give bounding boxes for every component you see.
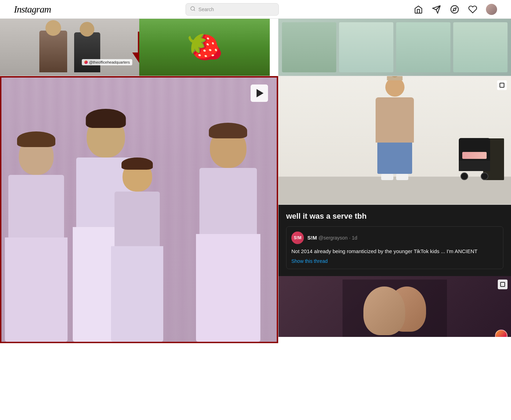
header: Instagram — [0, 0, 511, 19]
office-image — [0, 19, 139, 76]
search-bar[interactable] — [186, 3, 279, 16]
profile-avatar[interactable] — [486, 4, 497, 15]
instagram-logo[interactable]: Instagram — [14, 4, 51, 15]
svg-point-0 — [191, 7, 195, 10]
expand-icon-shape — [500, 83, 504, 88]
arrow-head — [132, 52, 139, 63]
office-badge: @theofficeheadquarters — [82, 59, 132, 65]
show-thread-link[interactable]: Show this thread — [291, 258, 498, 264]
left-content: @theofficeheadquarters 🍓 — [0, 19, 278, 343]
video-container — [1, 78, 277, 342]
twitter-username: S!M — [307, 235, 317, 241]
svg-line-1 — [194, 10, 195, 11]
search-icon — [190, 6, 196, 13]
fabric-image — [278, 19, 511, 76]
twitter-handle: @sergrayson — [319, 235, 347, 241]
twitter-time: · 1d — [349, 235, 357, 241]
twitter-expand-icon[interactable] — [498, 280, 508, 289]
fabric-post-thumbnail[interactable] — [278, 19, 511, 76]
girls-group — [1, 78, 277, 342]
strawberry-emoji: 🍓 — [182, 26, 226, 69]
twitter-post[interactable]: well it was a serve tbh S!M S!M @sergray… — [278, 205, 511, 337]
mom-stroller-post[interactable] — [278, 76, 511, 205]
twitter-user-avatar: S!M — [291, 232, 304, 244]
main-layout: @theofficeheadquarters 🍓 — [0, 19, 511, 343]
heart-icon[interactable] — [468, 5, 478, 14]
header-nav-icons — [414, 4, 497, 15]
featured-video-post[interactable] — [0, 76, 278, 343]
fabric-panel-3 — [396, 22, 450, 72]
mom-image — [278, 76, 511, 204]
arrow-shaft — [138, 32, 139, 52]
home-icon[interactable] — [414, 5, 423, 14]
right-column: well it was a serve tbh S!M S!M @sergray… — [278, 19, 511, 343]
office-post-thumbnail[interactable]: @theofficeheadquarters — [0, 19, 139, 76]
twitter-user-line: S!M S!M @sergrayson · 1d — [291, 232, 498, 244]
expand-icon-shape-2 — [500, 282, 505, 287]
vintage-girls-image — [1, 78, 277, 342]
explore-icon[interactable] — [450, 5, 459, 14]
play-triangle-icon — [257, 89, 264, 97]
twitter-card: S!M S!M @sergrayson · 1d Not 2014 alread… — [286, 226, 503, 269]
instagram-gradient-dot — [84, 60, 88, 64]
twitter-post-inner: well it was a serve tbh S!M S!M @sergray… — [278, 205, 511, 276]
strawberry-post-thumbnail[interactable]: 🍓 — [139, 19, 270, 76]
send-icon[interactable] — [432, 5, 441, 14]
svg-marker-4 — [453, 8, 456, 11]
fabric-panel-2 — [339, 22, 393, 72]
top-strip: @theofficeheadquarters 🍓 — [0, 19, 278, 76]
twitter-tweet-text: Not 2014 already being romanticized by t… — [291, 248, 498, 256]
fabric-panel-4 — [453, 22, 508, 72]
red-arrow — [132, 32, 139, 63]
play-button[interactable] — [251, 84, 268, 102]
search-input[interactable] — [198, 7, 274, 12]
expand-icon[interactable] — [497, 80, 507, 90]
office-handle: @theofficeheadquarters — [89, 60, 130, 64]
fabric-panel-1 — [282, 22, 336, 72]
twitter-user-info: S!M @sergrayson · 1d — [307, 235, 357, 241]
twitter-post-image — [278, 276, 511, 337]
strawberry-image: 🍓 — [139, 19, 270, 76]
couple-image — [278, 276, 511, 337]
svg-point-3 — [451, 6, 458, 13]
twitter-post-title: well it was a serve tbh — [286, 212, 503, 221]
